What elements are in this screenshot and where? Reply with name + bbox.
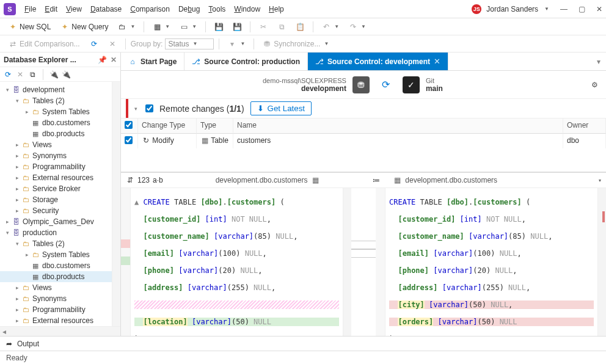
diff-ab-label[interactable]: a·b — [153, 176, 163, 184]
diff-left-title: development.dbo.customers▦ — [168, 176, 368, 184]
refresh-button[interactable]: ⟳ — [86, 38, 102, 50]
delete-icon[interactable]: ✕ — [16, 70, 24, 79]
gear-icon[interactable]: ⚙ — [590, 81, 599, 89]
tree-node-synonyms-b[interactable]: ▸🗀Synonyms — [0, 293, 112, 304]
tree-node-production[interactable]: ▾🗄production — [0, 227, 112, 238]
tree-node-dbo-customers-a[interactable]: ▦dbo.customers — [0, 117, 112, 128]
diff-right-scrollbar[interactable] — [597, 188, 606, 336]
diff-left-pane[interactable]: ▲ CREATE TABLE [dbo].[customers] ( [cust… — [121, 188, 351, 336]
refresh-context-icon[interactable]: ⟳ — [382, 81, 390, 89]
tree-node-synonyms-a[interactable]: ▸🗀Synonyms — [0, 150, 112, 161]
folder-open-icon: 🗀 — [118, 23, 126, 31]
save-all-button[interactable]: 💾 — [229, 21, 245, 33]
cancel-button[interactable]: ✕ — [104, 38, 120, 50]
tree-node-tables-a[interactable]: ▾🗀Tables (2) — [0, 95, 112, 106]
maximize-button[interactable]: ▢ — [579, 5, 585, 13]
tree-node-views-b[interactable]: ▸🗀Views — [0, 282, 112, 293]
sidebar-toolbar: ⟳ ✕ ⧉ 🔌 🔌 — [0, 67, 120, 82]
menu-tools[interactable]: Tools — [205, 2, 229, 16]
filter-button[interactable]: ▾▼ — [224, 38, 249, 50]
tree-node-security-a[interactable]: ▸🗀Security — [0, 205, 112, 216]
cut-button[interactable]: ✂ — [255, 21, 271, 33]
tab-start-page[interactable]: ⌂Start Page — [121, 53, 184, 70]
folder-icon: 🗀 — [21, 239, 31, 248]
tree-node-servicebroker-a[interactable]: ▸🗀Service Broker — [0, 183, 112, 194]
grid-row[interactable]: ↻ Modify ▦ Table customers dbo — [121, 134, 606, 148]
tab-source-control-development[interactable]: ⎇Source Control: development✕ — [308, 53, 448, 70]
menu-database[interactable]: Database — [87, 2, 125, 16]
tab-source-control-production[interactable]: ⎇Source Control: production — [184, 53, 308, 70]
menu-edit[interactable]: Edit — [41, 2, 61, 16]
diff-options-icon[interactable]: ▾ — [599, 178, 601, 183]
col-owner[interactable]: Owner — [563, 118, 606, 134]
diff-left-scrollbar[interactable] — [343, 188, 351, 336]
menu-debug[interactable]: Debug — [175, 2, 203, 16]
menu-comparison[interactable]: Comparison — [126, 2, 173, 16]
new-query-button[interactable]: ✦New Query — [57, 21, 112, 33]
redo-button[interactable]: ↷▼ — [345, 21, 370, 33]
tree-node-dbo-products-a[interactable]: ▦dbo.products — [0, 128, 112, 139]
connect-icon[interactable]: 🔌 — [49, 70, 58, 79]
diff-panes: ▲ CREATE TABLE [dbo].[customers] ( [cust… — [121, 188, 606, 336]
col-type[interactable]: Type — [197, 118, 233, 134]
menu-file[interactable]: File — [21, 2, 40, 16]
tb-btn-1[interactable]: ▦▼ — [149, 21, 173, 33]
grid-check-all[interactable] — [125, 121, 133, 129]
output-panel-header[interactable]: ➦ Output — [0, 336, 606, 351]
tree-node-dbo-products-b[interactable]: ▦dbo.products — [0, 271, 112, 282]
tree-node-system-tables-a[interactable]: ▸🗀System Tables — [0, 106, 112, 117]
menu-window[interactable]: Window — [230, 2, 264, 16]
group-by-combo[interactable]: Status▼ — [165, 38, 214, 49]
minimize-button[interactable]: — — [560, 5, 568, 13]
synchronize-button[interactable]: ⛃Synchronize...▼ — [259, 38, 332, 50]
tree-hscrollbar[interactable]: ◂ — [0, 326, 120, 336]
open-dropdown[interactable]: 🗀▼ — [114, 21, 139, 33]
pin-icon[interactable]: 📌 — [98, 56, 107, 64]
refresh-tree-icon[interactable]: ⟳ — [4, 70, 12, 79]
tree-node-external-b[interactable]: ▸🗀External resources — [0, 315, 112, 326]
new-sql-button[interactable]: ✦New SQL — [5, 21, 54, 33]
tree-node-programmability-b[interactable]: ▸🗀Programmability — [0, 304, 112, 315]
save-button[interactable]: 💾 — [211, 21, 227, 33]
diff-connector — [351, 188, 376, 336]
tab-overflow[interactable]: ▾ — [591, 53, 606, 70]
edit-comparison-button[interactable]: ⇄Edit Comparison... — [5, 38, 84, 50]
menu-help[interactable]: Help — [265, 2, 288, 16]
close-tab-icon[interactable]: ✕ — [434, 57, 440, 66]
user-area[interactable]: JS Jordan Sanders ▼ — [472, 4, 549, 14]
undo-button[interactable]: ↶▼ — [318, 21, 343, 33]
grid-header: Change Type Type Name Owner — [121, 118, 606, 134]
diff-swap-icon[interactable]: ≔ — [372, 176, 381, 184]
tree-node-dbo-customers-b[interactable]: ▦dbo.customers — [0, 260, 112, 271]
context-strip: demo-mssql\SQLEXPRESSdevelopment ⛃ ⟳ ✓ G… — [121, 71, 606, 99]
tree[interactable]: ▾🗄development ▾🗀Tables (2) ▸🗀System Tabl… — [0, 82, 112, 326]
col-change-type[interactable]: Change Type — [138, 118, 197, 134]
table-icon: ▦ — [31, 118, 40, 127]
copy-tree-icon[interactable]: ⧉ — [28, 70, 37, 79]
paste-button[interactable]: 📋 — [292, 21, 308, 33]
copy-button[interactable]: ⧉ — [274, 21, 290, 33]
tree-node-external-a[interactable]: ▸🗀External resources — [0, 172, 112, 183]
tree-node-olympic[interactable]: ▸🗄Olympic_Games_Dev — [0, 216, 112, 227]
diff-right-pane[interactable]: CREATE TABLE [dbo].[customers] ( [custom… — [376, 188, 606, 336]
tree-node-programmability-a[interactable]: ▸🗀Programmability — [0, 161, 112, 172]
tb-btn-2[interactable]: ▭▼ — [176, 21, 200, 33]
tree-node-system-tables-b[interactable]: ▸🗀System Tables — [0, 249, 112, 260]
tree-node-views-a[interactable]: ▸🗀Views — [0, 139, 112, 150]
diff-view-icon[interactable]: ⇵ — [126, 176, 134, 184]
tree-scrollbar[interactable] — [112, 82, 120, 326]
col-name[interactable]: Name — [233, 118, 563, 134]
disconnect-icon[interactable]: 🔌 — [62, 70, 70, 79]
grid-row-checkbox[interactable] — [125, 136, 133, 144]
close-panel-icon[interactable]: ✕ — [111, 56, 117, 64]
section-checkbox[interactable] — [145, 104, 153, 112]
section-collapse[interactable]: ▾ — [132, 106, 139, 112]
get-latest-button[interactable]: ⬇Get Latest — [250, 101, 312, 115]
tree-node-storage-a[interactable]: ▸🗀Storage — [0, 194, 112, 205]
tree-node-tables-b[interactable]: ▾🗀Tables (2) — [0, 238, 112, 249]
menu-view[interactable]: View — [62, 2, 86, 16]
close-button[interactable]: ✕ — [596, 5, 602, 13]
tree-node-development[interactable]: ▾🗄development — [0, 84, 112, 95]
diff-mode-icon[interactable]: 123 — [139, 176, 148, 184]
table-icon: ▦ — [393, 176, 401, 184]
